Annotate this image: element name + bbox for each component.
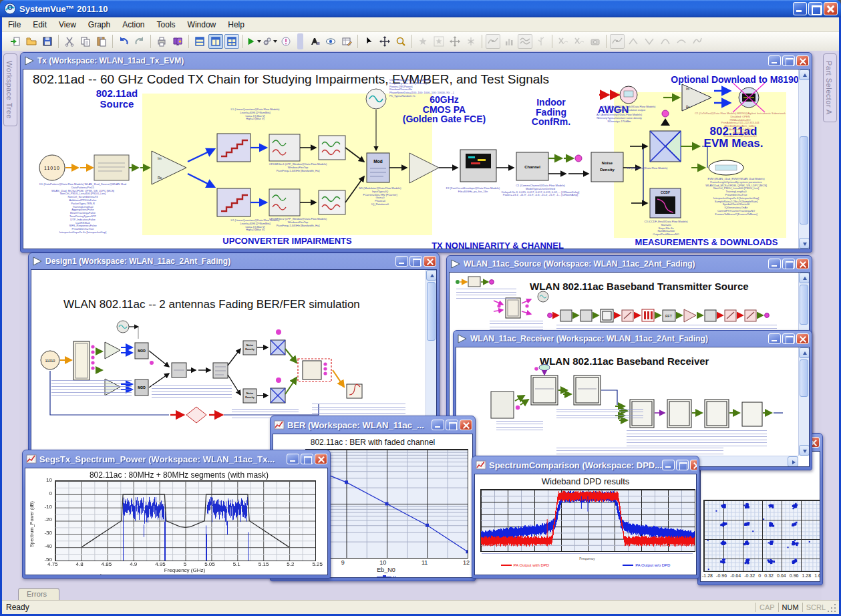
- design1-titlebar[interactable]: Design1 (Workspace: WLAN_11ac_2Ant_Fadin…: [31, 253, 437, 269]
- print-icon[interactable]: [154, 34, 169, 49]
- decoder-block[interactable]: [705, 400, 729, 428]
- quantizer-block[interactable]: [217, 188, 250, 216]
- source-minimize-button[interactable]: [768, 259, 781, 269]
- scroll-thumb[interactable]: [800, 136, 808, 224]
- deinterleaver-block[interactable]: [667, 400, 691, 428]
- receiver-close-button[interactable]: [796, 333, 809, 344]
- select-icon[interactable]: [361, 34, 376, 49]
- undo-icon[interactable]: [116, 34, 131, 49]
- window-filter-block[interactable]: [319, 190, 345, 214]
- receiver-vertical-scrollbar[interactable]: [798, 347, 809, 456]
- src-block[interactable]: [468, 277, 480, 287]
- segs-close-button[interactable]: [315, 454, 327, 464]
- menu-edit[interactable]: Edit: [27, 18, 53, 31]
- interleaver-block[interactable]: [580, 310, 592, 321]
- stop-icon[interactable]: [279, 34, 293, 49]
- preview-icon[interactable]: [323, 34, 338, 49]
- dpd-maximize-button[interactable]: [676, 460, 689, 470]
- ofdm-filter-block[interactable]: [269, 189, 300, 216]
- wlan-source-block[interactable]: [94, 155, 129, 180]
- pilot-block[interactable]: [642, 309, 654, 321]
- source-subnet-block[interactable]: [73, 341, 90, 380]
- source-titlebar[interactable]: WLAN_11ac_Source (Workspace: WLAN_11ac_2…: [449, 256, 810, 272]
- pa-block[interactable]: [460, 150, 496, 182]
- maximize-button[interactable]: [808, 2, 822, 15]
- switch-block[interactable]: [745, 310, 756, 321]
- ber-sink-block[interactable]: [347, 384, 362, 398]
- receiver-minimize-button[interactable]: [768, 333, 781, 344]
- dpd-minimize-button[interactable]: [662, 460, 675, 470]
- run-icon[interactable]: [246, 34, 261, 49]
- menu-action[interactable]: Action: [116, 18, 150, 31]
- parser-block[interactable]: [622, 310, 633, 321]
- window-tile-icon[interactable]: [208, 34, 223, 49]
- scale-block[interactable]: [684, 309, 696, 322]
- ber-titlebar[interactable]: BER (Workspace: WLAN_11ac_...: [273, 416, 473, 434]
- receiver-subnet-block[interactable]: [298, 359, 331, 381]
- copy-icon[interactable]: [78, 34, 93, 49]
- open-example-icon[interactable]: [8, 34, 23, 49]
- fer-block[interactable]: [186, 407, 206, 423]
- help-icon[interactable]: [170, 34, 185, 49]
- main-titlebar[interactable]: SystemVue™ 2011.10: [0, 0, 841, 17]
- part-selector-tab[interactable]: Part Selector A: [823, 53, 837, 122]
- receiver-maximize-button[interactable]: [782, 333, 795, 344]
- tx-minimize-button[interactable]: [768, 55, 781, 66]
- design1-maximize-button[interactable]: [409, 256, 422, 267]
- mixer-block[interactable]: [271, 388, 285, 403]
- window-grid-icon[interactable]: [224, 34, 239, 49]
- cp-block[interactable]: [705, 310, 716, 321]
- source-close-button[interactable]: [796, 259, 809, 269]
- descrambler-block[interactable]: [742, 402, 762, 426]
- coder-block[interactable]: [560, 310, 572, 321]
- ber-maximize-button[interactable]: [446, 420, 458, 430]
- errors-tab[interactable]: Errors: [18, 588, 59, 600]
- pan-icon[interactable]: [377, 34, 392, 49]
- menu-file[interactable]: File: [2, 18, 27, 31]
- scroll-right-button[interactable]: [788, 456, 798, 467]
- scroll-up-button[interactable]: [426, 270, 437, 281]
- analysis-icon[interactable]: [263, 34, 277, 49]
- tx-maximize-button[interactable]: [782, 55, 795, 66]
- tx-titlebar[interactable]: Tx (Workspace: WLAN_11ad_Tx_EVM): [23, 53, 810, 69]
- properties-icon[interactable]: [339, 34, 354, 49]
- tx-schematic-canvas[interactable]: 11010 Im Re: [23, 69, 810, 249]
- workspace-tree-tab[interactable]: Workspace Tree: [3, 53, 17, 126]
- segs-titlebar[interactable]: SegsTx_Spectrum_Power (Workspace: WLAN_1…: [25, 450, 328, 468]
- redo-icon[interactable]: [132, 34, 147, 49]
- menu-graph[interactable]: Graph: [82, 18, 116, 31]
- open-icon[interactable]: [24, 34, 39, 49]
- modulator-block[interactable]: [367, 153, 389, 182]
- sync-block[interactable]: [531, 375, 558, 405]
- segs-maximize-button[interactable]: [301, 454, 313, 464]
- scroll-down-button[interactable]: [799, 238, 810, 249]
- segs-minimize-button[interactable]: [287, 454, 299, 464]
- scroll-up-button[interactable]: [799, 69, 810, 80]
- ber-close-button[interactable]: [460, 420, 472, 430]
- rx-input-block[interactable]: [491, 392, 514, 418]
- receiver-schematic-canvas[interactable]: WLAN 802.11ac Baseband Receiver: [456, 347, 810, 467]
- receiver-titlebar[interactable]: WLAN_11ac_Receiver (Workspace: WLAN_11ac…: [456, 331, 810, 347]
- scroll-thumb[interactable]: [800, 359, 808, 397]
- fanout-block[interactable]: [494, 298, 531, 318]
- close-button[interactable]: [824, 2, 838, 15]
- amp-block[interactable]: [105, 342, 120, 359]
- quantizer-block[interactable]: [217, 134, 250, 162]
- source-maximize-button[interactable]: [782, 259, 795, 269]
- ber-minimize-button[interactable]: [432, 420, 444, 430]
- scroll-up-button[interactable]: [799, 347, 810, 358]
- zoom-icon[interactable]: [393, 34, 408, 49]
- menu-help[interactable]: Help: [222, 18, 250, 31]
- ccdf-block[interactable]: CCDF: [650, 188, 681, 218]
- scroll-thumb[interactable]: [427, 282, 436, 341]
- scroll-thumb[interactable]: [800, 285, 808, 325]
- cut-icon[interactable]: [62, 34, 77, 49]
- minimize-button[interactable]: [793, 2, 807, 15]
- equalizer-block[interactable]: [574, 375, 601, 405]
- annotation-icon[interactable]: [307, 34, 322, 49]
- ofdm-filter-block[interactable]: [269, 134, 300, 161]
- mixer-block[interactable]: [271, 340, 285, 355]
- dpd-close-button[interactable]: [690, 460, 697, 470]
- design1-minimize-button[interactable]: [395, 256, 408, 267]
- scroll-down-button[interactable]: [799, 445, 810, 456]
